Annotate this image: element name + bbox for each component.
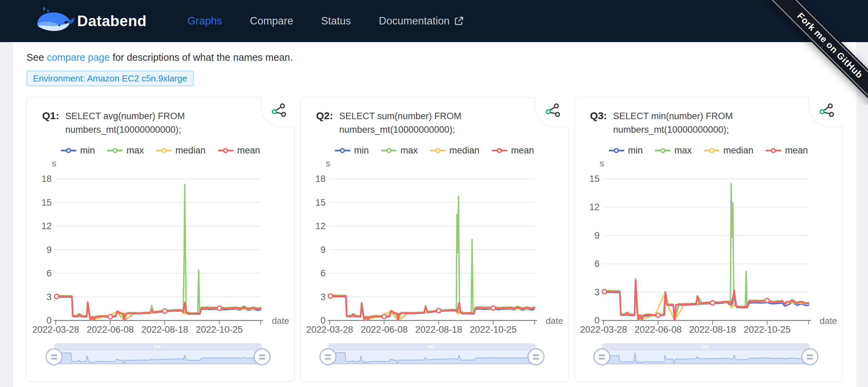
nav-item-graphs[interactable]: Graphs bbox=[187, 15, 222, 27]
datazoom-left-handle[interactable] bbox=[593, 348, 610, 365]
legend-item-mean[interactable]: mean bbox=[766, 145, 808, 156]
query-row: Q1: SELECT avg(number) FROM numbers_mt(1… bbox=[42, 109, 222, 136]
chart-legend: minmaxmedianmean bbox=[27, 145, 294, 156]
compare-page-link[interactable]: compare page bbox=[47, 52, 110, 63]
svg-text:2022-03-28: 2022-03-28 bbox=[580, 325, 627, 335]
datazoom-slider[interactable] bbox=[602, 343, 810, 364]
legend-item-median[interactable]: median bbox=[430, 145, 480, 156]
query-label: Q1: bbox=[42, 109, 65, 136]
svg-text:0: 0 bbox=[320, 315, 326, 326]
legend-label: mean bbox=[785, 145, 808, 156]
query-row: Q2: SELECT sum(number) FROM numbers_mt(1… bbox=[316, 109, 496, 136]
svg-text:2022-10-25: 2022-10-25 bbox=[470, 325, 517, 335]
legend-item-min[interactable]: min bbox=[61, 145, 95, 156]
svg-text:9: 9 bbox=[594, 231, 600, 241]
legend-marker-icon bbox=[381, 148, 397, 153]
datazoom-move-bar[interactable] bbox=[54, 343, 262, 350]
legend-label: max bbox=[400, 145, 418, 156]
svg-text:2022-06-08: 2022-06-08 bbox=[635, 325, 681, 335]
nav-item-status[interactable]: Status bbox=[321, 15, 351, 27]
datazoom-left-handle[interactable] bbox=[319, 348, 336, 365]
legend-item-mean[interactable]: mean bbox=[218, 145, 260, 156]
legend-label: mean bbox=[237, 145, 260, 156]
legend-label: median bbox=[723, 145, 753, 156]
svg-text:date: date bbox=[820, 316, 837, 326]
nav-item-documentation[interactable]: Documentation bbox=[379, 15, 464, 27]
legend-label: max bbox=[126, 145, 144, 156]
share-icon[interactable] bbox=[545, 103, 561, 119]
svg-text:0: 0 bbox=[47, 315, 52, 326]
legend-item-max[interactable]: max bbox=[107, 145, 144, 156]
legend-item-median[interactable]: median bbox=[156, 145, 206, 156]
svg-text:6: 6 bbox=[47, 268, 52, 278]
datazoom-left-handle[interactable] bbox=[46, 348, 63, 365]
datazoom-slider[interactable] bbox=[54, 343, 262, 364]
datazoom-right-handle[interactable] bbox=[527, 348, 544, 365]
legend-marker-icon bbox=[655, 148, 671, 153]
chart-legend: minmaxmedianmean bbox=[300, 145, 568, 156]
svg-text:15: 15 bbox=[41, 198, 52, 208]
chart-canvas[interactable]: 0369121518s2022-03-282022-06-082022-08-1… bbox=[300, 158, 569, 348]
svg-text:2022-06-08: 2022-06-08 bbox=[361, 325, 407, 335]
legend-label: max bbox=[674, 145, 692, 156]
datazoom-track[interactable] bbox=[602, 350, 810, 364]
legend-item-min[interactable]: min bbox=[609, 145, 643, 156]
svg-text:2022-08-18: 2022-08-18 bbox=[141, 325, 188, 335]
legend-item-max[interactable]: max bbox=[381, 145, 418, 156]
datazoom-slider[interactable] bbox=[328, 343, 536, 364]
query-text: SELECT min(number) FROM numbers_mt(10000… bbox=[613, 109, 769, 136]
github-ribbon[interactable]: Fork me on GitHub bbox=[763, 0, 868, 105]
legend-marker-icon bbox=[704, 148, 719, 153]
app-header: Databend Graphs Compare Status Documenta… bbox=[0, 0, 868, 42]
svg-text:s: s bbox=[326, 158, 330, 168]
legend-item-median[interactable]: median bbox=[704, 145, 753, 156]
legend-marker-icon bbox=[492, 148, 507, 153]
query-text: SELECT avg(number) FROM numbers_mt(10000… bbox=[65, 109, 222, 136]
query-card-3: Q3: SELECT min(number) FROM numbers_mt(1… bbox=[574, 97, 843, 382]
main-content: See compare page for descriptions of wha… bbox=[13, 42, 856, 387]
charts-row: Q1: SELECT avg(number) FROM numbers_mt(1… bbox=[26, 97, 843, 382]
legend-item-min[interactable]: min bbox=[335, 145, 369, 156]
svg-text:3: 3 bbox=[320, 292, 326, 302]
svg-text:2022-03-28: 2022-03-28 bbox=[306, 325, 353, 335]
nav-item-compare[interactable]: Compare bbox=[250, 15, 293, 27]
legend-marker-icon bbox=[609, 148, 624, 153]
legend-marker-icon bbox=[61, 148, 76, 153]
svg-text:2022-08-18: 2022-08-18 bbox=[415, 325, 462, 335]
legend-marker-icon bbox=[766, 148, 781, 153]
intro-prefix: See bbox=[27, 52, 47, 63]
datazoom-grip-icon bbox=[428, 345, 434, 348]
datazoom-right-handle[interactable] bbox=[801, 348, 818, 365]
chart-canvas[interactable]: 03691215s2022-03-282022-06-082022-08-182… bbox=[574, 158, 843, 348]
svg-text:12: 12 bbox=[315, 221, 326, 231]
query-card-2: Q2: SELECT sum(number) FROM numbers_mt(1… bbox=[300, 97, 569, 382]
svg-text:s: s bbox=[600, 158, 604, 168]
logo-text: Databend bbox=[77, 13, 146, 30]
chart-canvas[interactable]: 0369121518s2022-03-282022-06-082022-08-1… bbox=[27, 158, 295, 348]
svg-text:18: 18 bbox=[315, 174, 326, 184]
main-nav: Graphs Compare Status Documentation bbox=[187, 15, 464, 27]
whale-icon bbox=[32, 5, 75, 37]
environment-badge: Environment: Amazon EC2 c5n.9xlarge bbox=[27, 71, 194, 86]
svg-text:2022-10-25: 2022-10-25 bbox=[196, 325, 243, 335]
datazoom-move-bar[interactable] bbox=[602, 343, 810, 350]
legend-label: median bbox=[175, 145, 206, 156]
svg-text:15: 15 bbox=[315, 198, 326, 208]
svg-text:9: 9 bbox=[47, 245, 52, 255]
databend-logo[interactable]: Databend bbox=[32, 5, 146, 37]
legend-item-mean[interactable]: mean bbox=[492, 145, 534, 156]
legend-marker-icon bbox=[430, 148, 446, 153]
legend-item-max[interactable]: max bbox=[655, 145, 692, 156]
intro-text: See compare page for descriptions of wha… bbox=[27, 51, 293, 64]
datazoom-track[interactable] bbox=[328, 350, 536, 364]
datazoom-right-handle[interactable] bbox=[254, 348, 271, 365]
datazoom-track[interactable] bbox=[54, 350, 262, 364]
svg-text:2022-10-25: 2022-10-25 bbox=[744, 325, 791, 335]
datazoom-move-bar[interactable] bbox=[328, 343, 536, 350]
share-icon[interactable] bbox=[271, 103, 287, 119]
svg-text:12: 12 bbox=[41, 221, 52, 231]
legend-marker-icon bbox=[335, 148, 350, 153]
svg-text:date: date bbox=[546, 316, 563, 326]
legend-label: median bbox=[449, 145, 480, 156]
legend-label: min bbox=[628, 145, 643, 156]
